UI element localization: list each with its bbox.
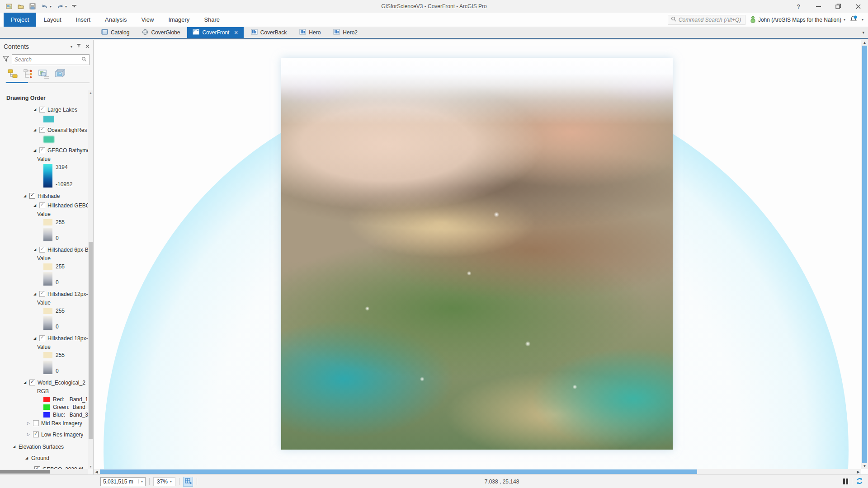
collapse-arrow-icon[interactable]: ◢ [33,248,37,252]
collapse-arrow-icon[interactable]: ◢ [33,128,37,132]
undo-icon[interactable]: ▾ [40,2,52,10]
scroll-up-icon[interactable]: ▲ [88,90,93,95]
scrollbar-thumb[interactable] [0,470,50,474]
expand-arrow-icon[interactable]: ▷ [26,421,31,425]
refresh-icon[interactable] [856,477,863,486]
collapse-arrow-icon[interactable]: ◢ [23,380,27,385]
list-by-source-icon[interactable] [23,69,33,80]
layer-row-gebco-2020-tif[interactable]: ✓ GEBCO_2020.tif [6,465,88,469]
view-tab-coverback[interactable]: CoverBack [245,27,292,38]
layer-checkbox[interactable]: ✓ [39,107,45,113]
collapse-pane-icon[interactable]: ▾ [862,27,868,38]
layer-checkbox[interactable]: ✓ [33,432,39,437]
notifications-icon[interactable] [850,15,857,24]
collapse-arrow-icon[interactable]: ◢ [12,445,16,449]
scroll-right-icon[interactable]: ▶ [855,470,861,474]
layer-row-hillshaded-gebco[interactable]: ◢ ✓ Hillshaded GEBC [6,201,88,210]
scrollbar-thumb[interactable] [862,46,867,463]
close-pane-icon[interactable] [85,43,90,50]
layer-row-large-lakes[interactable]: ◢ ✓ Large Lakes [6,105,88,114]
layer-row-hillshaded-12px[interactable]: ◢ ✓ Hillshaded 12px- [6,289,88,299]
redo-icon[interactable]: ▾ [55,2,68,10]
collapse-arrow-icon[interactable]: ◢ [33,203,37,207]
layer-row-hillshade-group[interactable]: ◢ ✓ Hillshade [6,191,88,201]
layer-row-hillshaded-18px[interactable]: ◢ ✓ Hillshaded 18px- [6,333,88,343]
open-project-icon[interactable] [16,2,25,11]
layer-row-oceanshighres[interactable]: ◢ ✓ OceansHighRes [6,125,88,135]
collapse-arrow-icon[interactable]: ◢ [33,148,37,152]
ribbon-tab-insert[interactable]: Insert [69,13,98,27]
account-menu[interactable]: John (ArcGIS Maps for the Nation) ▾ [750,16,845,24]
snapping-grid-button[interactable] [183,477,193,487]
ribbon-tab-share[interactable]: Share [197,13,227,27]
layer-row-low-res-imagery[interactable]: ▷ ✓ Low Res Imagery [6,430,88,439]
list-by-drawing-order-icon[interactable] [7,69,18,80]
ribbon-collapse-icon[interactable]: ▾ [862,18,863,22]
collapse-arrow-icon[interactable]: ◢ [24,456,29,460]
collapse-arrow-icon[interactable]: ◢ [23,194,27,198]
customize-quick-access-icon[interactable] [71,3,78,10]
command-search-box[interactable] [668,15,745,25]
layer-checkbox[interactable]: ✓ [29,380,35,385]
contents-search-input[interactable] [14,56,80,63]
pane-menu-icon[interactable]: ▾ [71,45,72,49]
scroll-down-icon[interactable]: ▼ [861,463,868,469]
layer-checkbox[interactable] [33,420,39,426]
view-tab-hero2[interactable]: Hero2 [328,27,363,38]
collapse-arrow-icon[interactable]: ◢ [33,292,37,296]
group-row-ground[interactable]: ◢ Ground [6,453,88,463]
list-by-selection-icon[interactable] [38,69,50,80]
command-search-input[interactable] [679,17,742,23]
collapse-arrow-icon[interactable]: ◢ [33,336,37,340]
pause-drawing-icon[interactable] [843,479,848,484]
layer-checkbox[interactable]: ✓ [39,147,45,153]
scrollbar-thumb[interactable] [89,242,93,439]
scroll-left-icon[interactable]: ◀ [94,470,99,474]
layer-row-mid-res-imagery[interactable]: ▷ Mid Res Imagery [6,418,88,428]
contents-horizontal-scrollbar[interactable] [0,469,88,474]
view-tab-coverglobe[interactable]: CoverGlobe [137,27,185,38]
scroll-up-icon[interactable]: ▲ [861,40,868,46]
scroll-down-icon[interactable]: ▼ [88,464,93,469]
view-tab-catalog[interactable]: Catalog [96,27,135,38]
layer-checkbox[interactable]: ✓ [29,193,35,199]
map-scale-select[interactable]: 5,031,515 m ▾ [100,477,146,486]
contents-search-box[interactable] [12,54,90,65]
layer-row-world-ecological[interactable]: ◢ ✓ World_Ecological_2 [6,378,88,387]
minimize-button[interactable] [808,0,828,13]
map-vertical-scrollbar[interactable]: ▲ ▼ [861,40,868,469]
close-button[interactable] [848,0,868,13]
ribbon-tab-layout[interactable]: Layout [36,13,68,27]
list-by-editing-icon[interactable] [55,69,66,80]
redo-dropdown-icon[interactable]: ▾ [65,5,67,9]
new-project-icon[interactable] [5,2,14,11]
layer-row-gebco-bathymetry[interactable]: ◢ ✓ GEBCO Bathyme [6,145,88,155]
map-horizontal-scrollbar[interactable]: ◀ ▶ [94,469,861,474]
view-tab-coverfront[interactable]: CoverFront ✕ [187,27,243,38]
filter-icon[interactable] [3,56,9,63]
zoom-level-select[interactable]: 37% ▾ [153,477,175,486]
map-viewport[interactable] [94,40,861,469]
layer-checkbox[interactable]: ✓ [39,335,45,341]
ribbon-tab-project[interactable]: Project [4,13,36,27]
layer-checkbox[interactable]: ✓ [39,202,45,208]
layer-checkbox[interactable]: ✓ [39,291,45,297]
close-tab-icon[interactable]: ✕ [234,30,238,36]
contents-vertical-scrollbar[interactable]: ▲ ▼ [88,90,93,469]
undo-dropdown-icon[interactable]: ▾ [50,5,52,9]
view-tab-hero[interactable]: Hero [294,27,326,38]
group-row-elevation-surfaces[interactable]: ◢ Elevation Surfaces [6,442,88,451]
scrollbar-thumb[interactable] [100,469,697,474]
restore-button[interactable] [828,0,848,13]
help-button[interactable]: ? [788,0,808,13]
ribbon-tab-imagery[interactable]: Imagery [161,13,197,27]
pin-icon[interactable] [76,43,81,50]
save-project-icon[interactable] [28,2,37,11]
expand-arrow-icon[interactable]: ▷ [26,432,31,436]
layer-checkbox[interactable]: ✓ [39,127,45,133]
ribbon-tab-view[interactable]: View [134,13,161,27]
layer-row-hillshaded-6px[interactable]: ◢ ✓ Hillshaded 6px-B [6,245,88,254]
ribbon-tab-analysis[interactable]: Analysis [98,13,134,27]
layer-checkbox[interactable]: ✓ [39,247,45,253]
collapse-arrow-icon[interactable]: ◢ [33,108,37,112]
